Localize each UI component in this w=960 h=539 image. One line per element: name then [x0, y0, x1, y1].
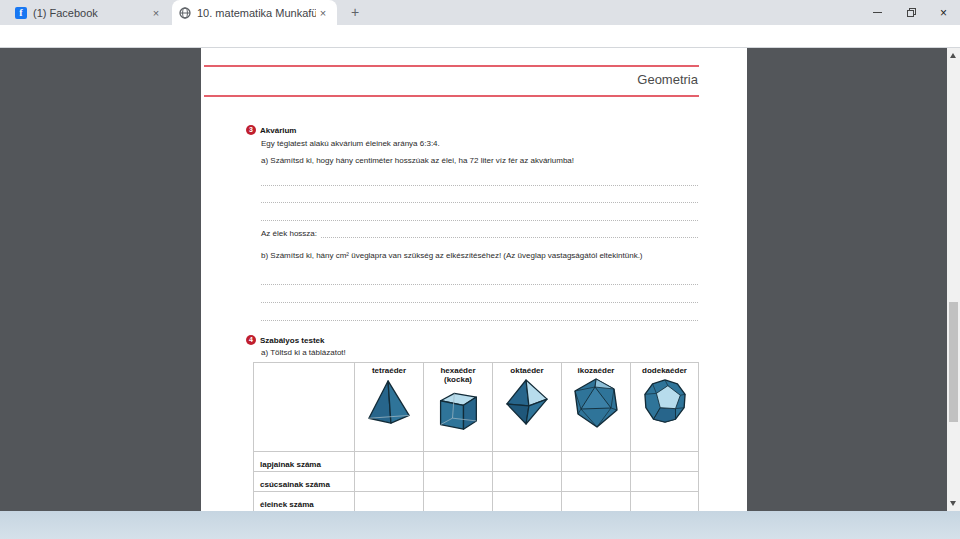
browser-toolbar: ← → ↻ ⓘ Fájl | C:/Users/rzsol/Desktop/10…	[0, 25, 960, 48]
answer-line	[261, 320, 698, 321]
table-cell	[355, 472, 424, 492]
chapter-title: Geometria	[401, 72, 698, 87]
tab-close-icon[interactable]: ×	[149, 7, 163, 19]
task3-part-b: b) Számítsd ki, hány cm² üveglapra van s…	[261, 251, 643, 260]
tab-facebook[interactable]: f (1) Facebook ×	[8, 0, 170, 25]
task3-intro: Egy téglatest alakú akvárium éleinek ará…	[261, 139, 440, 148]
table-cell	[493, 452, 562, 472]
answer-line	[261, 220, 698, 221]
table-col-tetraeder: tetraéder	[355, 363, 424, 452]
globe-favicon-icon	[179, 7, 191, 19]
table-cell	[631, 472, 699, 492]
task3-title: Akvárium	[260, 126, 296, 135]
facebook-favicon-icon: f	[15, 7, 27, 19]
pdf-page: Geometria 3 Akvárium Egy téglatest alakú…	[201, 48, 747, 511]
table-cell	[631, 492, 699, 512]
task3-answer-label: Az élek hossza:	[261, 229, 317, 238]
pdf-viewer-area: Geometria 3 Akvárium Egy téglatest alakú…	[0, 48, 960, 511]
table-cell	[562, 492, 631, 512]
table-row-label: lapjainak száma	[254, 452, 355, 472]
task3-part-a: a) Számítsd ki, hogy hány centiméter hos…	[261, 156, 574, 165]
answer-line	[261, 284, 698, 285]
scrollbar-thumb[interactable]	[949, 302, 958, 422]
answer-line	[261, 302, 698, 303]
scroll-down-icon[interactable]	[950, 501, 956, 506]
table-cell	[493, 472, 562, 492]
table-cell	[424, 472, 493, 492]
task3-number-badge: 3	[246, 125, 256, 135]
icosahedron-image	[573, 378, 619, 428]
tab-strip: f (1) Facebook × 10. matematika Munkafüz…	[0, 0, 960, 25]
dodecahedron-image	[643, 378, 687, 424]
table-cell	[424, 452, 493, 472]
table-cell	[355, 492, 424, 512]
octahedron-image	[505, 378, 549, 426]
tetrahedron-image	[367, 378, 411, 426]
tab-title: (1) Facebook	[33, 7, 149, 19]
tab-close-icon[interactable]: ×	[316, 7, 330, 19]
tab-pdf-active[interactable]: 10. matematika Munkafüzet-56-5 ×	[172, 0, 337, 25]
answer-line	[321, 237, 698, 238]
restore-icon	[907, 9, 915, 17]
table-col-dodekaeder: dodekaéder	[631, 363, 699, 452]
table-cell	[424, 492, 493, 512]
task4-number-badge: 4	[246, 335, 256, 345]
table-col-hexaeder: hexaéder (kocka)	[424, 363, 493, 452]
cube-image	[436, 387, 480, 431]
answer-line	[261, 185, 698, 186]
table-corner-cell	[254, 363, 355, 452]
table-col-oktaeder: oktaéder	[493, 363, 562, 452]
table-col-ikozaeder: ikozaéder	[562, 363, 631, 452]
taskbar: µ 15:07 2020. 05. 11. 2	[0, 511, 960, 539]
scroll-up-icon[interactable]	[950, 53, 956, 58]
table-cell	[355, 452, 424, 472]
table-row-label: csúcsainak száma	[254, 472, 355, 492]
tab-title: 10. matematika Munkafüzet-56-5	[197, 7, 316, 19]
task4-part-a: a) Töltsd ki a táblázatot!	[261, 348, 346, 357]
window-close-button[interactable]: ×	[927, 0, 960, 25]
answer-line	[261, 202, 698, 203]
table-row-label: éleinek száma	[254, 492, 355, 512]
table-cell	[562, 472, 631, 492]
table-cell	[631, 452, 699, 472]
table-cell	[493, 492, 562, 512]
window-minimize-button[interactable]	[861, 0, 894, 25]
task4-title: Szabályos testek	[260, 336, 324, 345]
scrollbar[interactable]	[947, 48, 960, 511]
window-restore-button[interactable]	[894, 0, 927, 25]
minimize-icon	[873, 12, 882, 13]
table-cell	[562, 452, 631, 472]
new-tab-button[interactable]: +	[347, 4, 363, 20]
polyhedra-table: tetraéder hexaéder (kocka)	[253, 362, 699, 511]
header-rule-top	[204, 65, 699, 67]
header-rule-bottom	[204, 95, 699, 97]
